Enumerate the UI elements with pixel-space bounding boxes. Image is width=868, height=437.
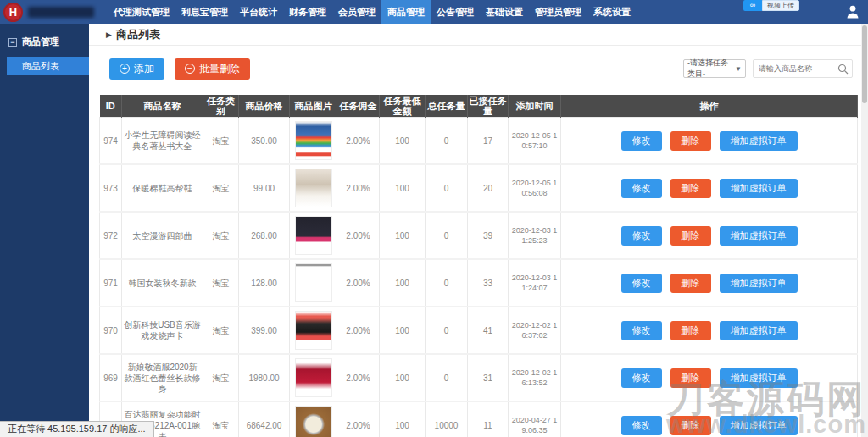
- delete-button[interactable]: 删除: [670, 274, 711, 293]
- added-time-cell: 2020-12-05 10:57:10: [509, 118, 561, 165]
- edit-button[interactable]: 修改: [621, 179, 662, 198]
- task-category-select-value: -请选择任务类目-: [687, 58, 735, 80]
- upload-extension-badge[interactable]: ∞ 视频上传: [743, 0, 799, 11]
- batch-delete-button[interactable]: − 批量删除: [175, 58, 250, 80]
- collapse-minus-icon: −: [8, 38, 17, 47]
- column-header: 任务类别: [203, 95, 239, 118]
- actions-cell: 修改删除增加虚拟订单: [561, 354, 858, 401]
- sidebar-group-product-management[interactable]: − 商品管理: [0, 24, 89, 57]
- nav-item-8[interactable]: 管理员管理: [529, 0, 587, 24]
- product-thumbnail: [295, 358, 332, 397]
- actions-cell: 修改删除增加虚拟订单: [561, 307, 858, 354]
- edit-button[interactable]: 修改: [621, 226, 662, 246]
- category-cell: 淘宝: [203, 164, 239, 212]
- commission-cell: 2.00%: [337, 164, 380, 212]
- add-button[interactable]: + 添加: [109, 58, 164, 80]
- category-cell: 淘宝: [203, 354, 239, 401]
- taken-tasks-cell: 33: [468, 259, 509, 307]
- id-cell: 974: [100, 118, 122, 165]
- category-cell: 淘宝: [203, 307, 239, 354]
- product-name-cell: 韩国女装秋冬新款: [122, 259, 203, 307]
- product-table-wrap: ID商品名称任务类别商品价格商品图片任务佣金任务最低金额总任务量已接任务量添加时…: [99, 95, 854, 437]
- total-tasks-cell: 0: [426, 212, 468, 259]
- add-virtual-order-button[interactable]: 增加虚拟订单: [720, 416, 798, 435]
- add-virtual-order-button[interactable]: 增加虚拟订单: [720, 274, 798, 293]
- brand-logo-icon[interactable]: H: [3, 3, 23, 22]
- search-icon[interactable]: [837, 64, 849, 75]
- min-amount-cell: 100: [380, 354, 426, 401]
- column-header: 已接任务量: [468, 95, 509, 118]
- edit-button[interactable]: 修改: [621, 321, 662, 340]
- add-virtual-order-button[interactable]: 增加虚拟订单: [720, 368, 798, 388]
- commission-cell: 2.00%: [337, 354, 380, 401]
- nav-item-5[interactable]: 商品管理: [381, 0, 431, 24]
- column-header: 商品名称: [122, 95, 203, 118]
- product-thumbnail: [295, 263, 332, 302]
- edit-button[interactable]: 修改: [621, 131, 662, 151]
- edit-button[interactable]: 修改: [621, 368, 662, 388]
- thumbnail-cell: [290, 164, 337, 212]
- price-cell: 268.00: [239, 212, 290, 259]
- column-header: ID: [100, 95, 122, 118]
- product-name-cell: 创新科技USB音乐游戏发烧声卡: [122, 307, 203, 354]
- title-arrow-icon: ▶: [106, 30, 112, 39]
- taken-tasks-cell: 11: [468, 401, 509, 437]
- commission-cell: 2.00%: [337, 259, 380, 307]
- nav-item-1[interactable]: 利息宝管理: [175, 0, 234, 24]
- nav-item-6[interactable]: 公告管理: [431, 0, 480, 24]
- price-cell: 68642.00: [239, 401, 290, 437]
- page-header: ▶ 商品列表: [89, 24, 861, 46]
- sidebar-item-product-list[interactable]: 商品列表: [7, 57, 89, 75]
- price-cell: 99.00: [239, 164, 290, 212]
- add-virtual-order-button[interactable]: 增加虚拟订单: [720, 321, 798, 340]
- scrollbar-thumb[interactable]: [862, 25, 867, 103]
- category-cell: 淘宝: [203, 401, 239, 437]
- actions-cell: 修改删除增加虚拟订单: [561, 401, 858, 437]
- nav-item-3[interactable]: 财务管理: [283, 0, 332, 24]
- brand-name-blurred: [28, 7, 94, 18]
- taken-tasks-cell: 31: [468, 354, 509, 401]
- column-header: 添加时间: [509, 95, 561, 118]
- search-input[interactable]: [754, 61, 832, 76]
- thumbnail-cell: [290, 307, 337, 354]
- added-time-cell: 2020-12-03 11:25:23: [509, 212, 561, 259]
- table-header-row: ID商品名称任务类别商品价格商品图片任务佣金任务最低金额总任务量已接任务量添加时…: [100, 95, 858, 118]
- add-virtual-order-button[interactable]: 增加虚拟订单: [720, 131, 798, 151]
- nav-item-7[interactable]: 基础设置: [480, 0, 529, 24]
- edit-button[interactable]: 修改: [621, 416, 662, 435]
- product-thumbnail: [295, 169, 332, 207]
- id-cell: 973: [100, 164, 122, 212]
- delete-button[interactable]: 删除: [670, 131, 711, 151]
- delete-button[interactable]: 删除: [670, 179, 711, 198]
- user-icon[interactable]: [844, 3, 861, 20]
- delete-button[interactable]: 删除: [670, 226, 711, 246]
- nav-item-2[interactable]: 平台统计: [234, 0, 283, 24]
- id-cell: 971: [100, 259, 122, 307]
- thumbnail-cell: [290, 212, 337, 259]
- product-thumbnail: [295, 406, 332, 437]
- vertical-scrollbar[interactable]: [861, 24, 868, 437]
- price-cell: 128.00: [239, 259, 290, 307]
- product-thumbnail: [295, 216, 332, 255]
- table-row: 958百达翡丽复杂功能时计系列5212A-001腕表淘宝68642.002.00…: [100, 401, 858, 437]
- id-cell: 970: [100, 307, 122, 354]
- add-virtual-order-button[interactable]: 增加虚拟订单: [720, 179, 798, 198]
- edit-button[interactable]: 修改: [621, 274, 662, 293]
- table-row: 974小学生无障碍阅读经典名著丛书大全淘宝350.002.00%10001720…: [100, 118, 858, 165]
- id-cell: 969: [100, 354, 122, 401]
- nav-item-4[interactable]: 会员管理: [332, 0, 381, 24]
- delete-button[interactable]: 删除: [670, 416, 711, 435]
- taken-tasks-cell: 41: [468, 307, 509, 354]
- product-thumbnail: [295, 311, 332, 350]
- total-tasks-cell: 0: [426, 354, 468, 401]
- nav-item-9[interactable]: 系统设置: [587, 0, 637, 24]
- category-cell: 淘宝: [203, 259, 239, 307]
- delete-button[interactable]: 删除: [670, 321, 711, 340]
- nav-item-0[interactable]: 代理测试管理: [108, 0, 175, 24]
- sidebar: − 商品管理 商品列表: [0, 24, 89, 437]
- add-virtual-order-button[interactable]: 增加虚拟订单: [720, 226, 798, 246]
- task-category-select[interactable]: -请选择任务类目- ▼: [683, 59, 746, 78]
- main-content: ▶ 商品列表 + 添加 − 批量删除 -请选择任务类目- ▼: [89, 24, 861, 437]
- sidebar-group-label: 商品管理: [22, 36, 59, 48]
- delete-button[interactable]: 删除: [670, 368, 711, 388]
